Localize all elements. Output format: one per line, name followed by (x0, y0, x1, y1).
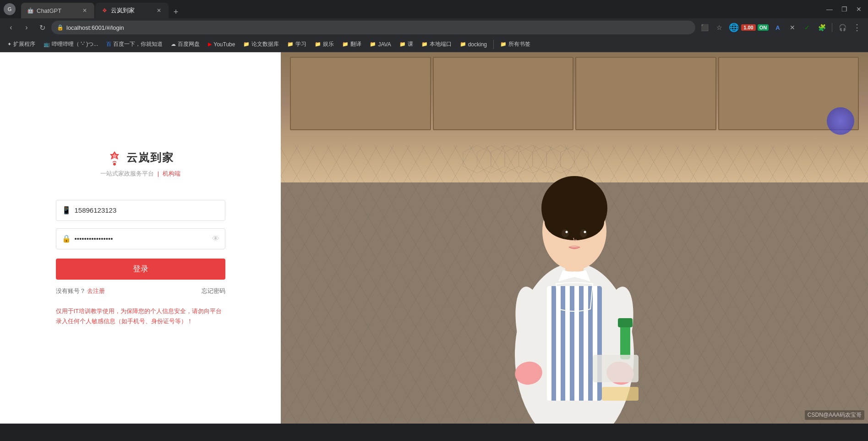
allbooks-icon: 📁 (500, 41, 507, 47)
bookmark-baidu-label: 百度一下，你就知道 (113, 40, 163, 48)
youtube-icon: ▶ (208, 41, 212, 47)
bookmark-allbooks-label: 所有书签 (508, 40, 530, 48)
docking-icon: 📁 (460, 41, 466, 47)
extension1-button[interactable]: 🌐 (727, 21, 740, 34)
svg-rect-15 (620, 323, 630, 359)
tab-yunlan-close[interactable]: ✕ (155, 6, 163, 15)
phone-input[interactable] (75, 206, 219, 214)
chatgpt-favicon: 🤖 (27, 7, 34, 14)
logo-divider: | (158, 170, 159, 177)
bookmark-youtube-label: YouTube (213, 41, 235, 48)
bookmark-extensions-label: 扩展程序 (13, 40, 35, 48)
nav-bar: ‹ › ↻ 🔒 localhost:6001/#/login ⬛ ☆ 🌐 1.0… (0, 18, 868, 37)
translate-button[interactable]: ⬛ (698, 21, 711, 34)
svg-point-14 (584, 231, 586, 233)
bookmark-translate[interactable]: 📁 翻译 (338, 39, 365, 50)
bookmark-course-label: 课 (408, 40, 413, 48)
profile-avatar[interactable]: G (4, 3, 16, 15)
extensions-icon: ✦ (7, 41, 11, 47)
extension-check-button[interactable]: ✓ (801, 21, 813, 34)
yunlan-favicon: ❖ (101, 7, 108, 14)
baidu-icon: 百 (106, 41, 111, 48)
bookmark-baidupan[interactable]: ☁ 百度网盘 (167, 39, 203, 50)
bookmark-button[interactable]: ☆ (713, 21, 726, 34)
bookmark-baidu[interactable]: 百 百度一下，你就知道 (103, 39, 166, 50)
no-account-area: 没有账号？ 去注册 (56, 287, 105, 295)
bookmark-java[interactable]: 📁 JAVA (366, 39, 394, 50)
address-text: localhost:6001/#/login (66, 24, 124, 31)
bookmark-papers[interactable]: 📁 论文数据库 (240, 39, 283, 50)
bookmark-bilibili-label: 哔哩哔哩（ '-' )つ... (52, 40, 98, 48)
bookmark-youtube[interactable]: ▶ YouTube (204, 39, 239, 50)
logo-area: 云岚到家 一站式家政服务平台 | 机构端 (100, 149, 180, 178)
forgot-password-link[interactable]: 忘记密码 (202, 287, 225, 295)
logo-icon (106, 149, 123, 166)
bookmark-papers-label: 论文数据库 (251, 40, 279, 48)
password-input[interactable] (75, 235, 208, 243)
logo-subtitle-text: 一站式家政服务平台 (100, 170, 154, 178)
bookmarks-divider (493, 40, 494, 49)
phone-icon: 📱 (62, 206, 71, 215)
address-bar[interactable]: 🔒 localhost:6001/#/login (51, 21, 695, 34)
lock-icon: 🔒 (57, 24, 64, 31)
blue-circle-decoration (827, 107, 854, 135)
image-panel: CSDN@AAA码农宝哥 (281, 52, 868, 424)
bookmark-entertainment[interactable]: 📁 娱乐 (311, 39, 338, 50)
bookmark-study-label: 学习 (295, 40, 306, 48)
svg-rect-16 (618, 318, 633, 327)
bookmark-course[interactable]: 📁 课 (396, 39, 417, 50)
new-tab-button[interactable]: + (169, 6, 182, 18)
tab-chatgpt-close[interactable]: ✕ (81, 6, 89, 15)
bookmark-extensions[interactable]: ✦ 扩展程序 (4, 39, 39, 50)
logo-subtitle: 一站式家政服务平台 | 机构端 (100, 170, 180, 178)
bookmark-bilibili[interactable]: 📺 哔哩哔哩（ '-' )つ... (40, 39, 102, 50)
cabinet-door-3 (575, 57, 716, 130)
nav-actions: ⬛ ☆ 🌐 1.00 ON A ✕ ✓ 🧩 🎧 ⋮ (698, 21, 863, 34)
cabinet-doors (281, 57, 868, 130)
entertainment-icon: 📁 (315, 41, 321, 47)
tab-yunlan-title: 云岚到家 (111, 6, 152, 15)
bookmark-allbooks[interactable]: 📁 所有书签 (497, 39, 534, 50)
bookmark-study[interactable]: 📁 学习 (284, 39, 310, 50)
tab-chatgpt-title: ChatGPT (37, 7, 78, 14)
tab-bar: 🤖 ChatGPT ✕ ❖ 云岚到家 ✕ + (17, 1, 822, 18)
maximize-button[interactable]: ❐ (839, 4, 850, 15)
logo-text: 云岚到家 (126, 150, 174, 165)
minimize-button[interactable]: — (824, 4, 835, 15)
menu-button[interactable]: ⋮ (851, 21, 863, 34)
warning-text: 仅用于IT培训教学使用，为保障您的个人信息安全，请勿向平台录入任何个人敏感信息（… (56, 306, 225, 326)
extension-green-button[interactable]: ON (757, 21, 770, 34)
extension-red-button[interactable]: 1.00 (742, 21, 755, 34)
bookmark-localport[interactable]: 📁 本地端口 (418, 39, 455, 50)
logo-link[interactable]: 机构端 (163, 170, 180, 178)
password-toggle-icon[interactable]: 👁 (212, 235, 219, 243)
form-links: 没有账号？ 去注册 忘记密码 (56, 287, 225, 295)
close-button[interactable]: ✕ (853, 4, 864, 15)
bookmark-localport-label: 本地端口 (430, 40, 452, 48)
phone-input-group: 📱 (56, 200, 225, 221)
browser-titlebar: G 🤖 ChatGPT ✕ ❖ 云岚到家 ✕ + — ❐ ✕ (0, 0, 868, 18)
register-link[interactable]: 去注册 (87, 287, 105, 294)
bookmark-docking[interactable]: 📁 docking (456, 39, 491, 50)
extension-cross-button[interactable]: ✕ (786, 21, 799, 34)
bookmark-java-label: JAVA (378, 41, 391, 48)
extensions-puzzle-button[interactable]: 🧩 (815, 21, 828, 34)
course-icon: 📁 (399, 41, 406, 47)
tab-yunlan[interactable]: ❖ 云岚到家 ✕ (95, 3, 169, 18)
extension-a-button[interactable]: A (771, 21, 784, 34)
svg-rect-19 (593, 355, 639, 382)
headphone-button[interactable]: 🎧 (836, 21, 849, 34)
back-button[interactable]: ‹ (5, 21, 17, 34)
watermark: CSDN@AAA码农宝哥 (805, 410, 864, 420)
bookmark-translate-label: 翻译 (350, 40, 361, 48)
localport-icon: 📁 (421, 41, 428, 47)
svg-point-11 (562, 229, 569, 237)
study-icon: 📁 (287, 41, 294, 47)
login-button[interactable]: 登录 (56, 259, 225, 280)
bookmark-docking-label: docking (468, 41, 487, 48)
form-area: 📱 🔒 👁 登录 没有账号？ 去注册 忘记密码 仅用于IT培训教学使用，为保 (56, 200, 225, 326)
refresh-button[interactable]: ↻ (36, 21, 49, 34)
forward-button[interactable]: › (20, 21, 33, 34)
nav-divider (832, 23, 832, 32)
tab-chatgpt[interactable]: 🤖 ChatGPT ✕ (21, 3, 94, 18)
